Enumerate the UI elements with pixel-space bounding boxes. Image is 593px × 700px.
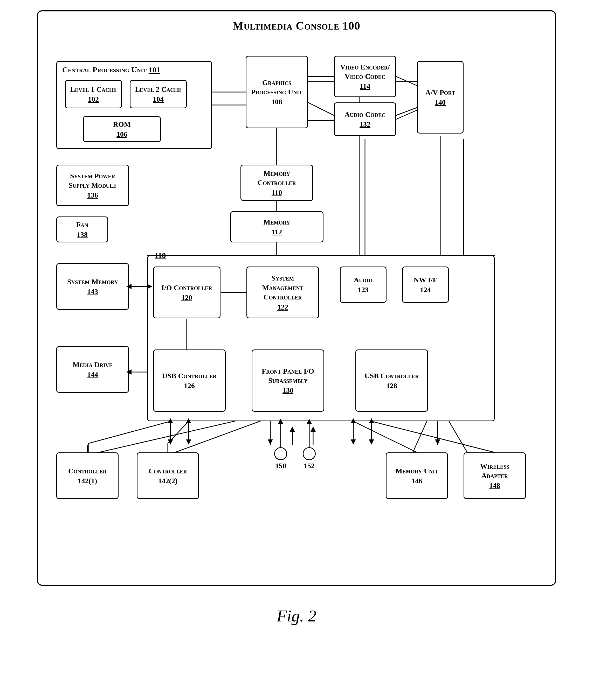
front-panel-num: 130 xyxy=(282,386,293,395)
diagram-canvas: Central Processing Unit 101 Level 1 Cach… xyxy=(48,40,547,572)
controller1-block: Controller 142(1) xyxy=(56,452,119,499)
svg-line-4 xyxy=(396,107,417,115)
connector-152-circle xyxy=(303,447,316,460)
memory-unit-block: Memory Unit 146 xyxy=(386,452,448,499)
svg-marker-17 xyxy=(268,439,273,445)
cpu-title: Central Processing Unit 101 xyxy=(62,65,160,74)
cpu-box: Central Processing Unit 101 Level 1 Cach… xyxy=(56,61,212,149)
av-port-num: 140 xyxy=(435,98,446,106)
connector-150-label: 150 xyxy=(275,462,286,470)
controller2-block: Controller 142(2) xyxy=(137,452,199,499)
fan-block: Fan 138 xyxy=(56,216,108,243)
sys-power-label: System Power Supply Module xyxy=(61,171,124,190)
svg-marker-22 xyxy=(290,427,295,432)
gpu-num: 108 xyxy=(271,98,282,106)
nwif-label: NW I/F xyxy=(414,275,437,285)
controller2-num: 142(2) xyxy=(158,477,178,485)
audio-codec-num: 132 xyxy=(360,120,370,129)
svg-marker-24 xyxy=(311,427,316,432)
audio-codec-label: Audio Codec xyxy=(345,110,385,119)
connector-152-label: 152 xyxy=(304,462,315,470)
svg-line-75 xyxy=(371,421,495,452)
sys-mgmt-block: System Management Controller 122 xyxy=(246,266,319,318)
usb126-block: USB Controller 126 xyxy=(153,349,226,412)
io-bus-container: 118 I/O Controller 120 System Management… xyxy=(147,255,495,421)
fan-label: Fan xyxy=(76,220,88,229)
wireless-num: 148 xyxy=(489,481,500,490)
io-ctrl-block: I/O Controller 120 xyxy=(153,266,221,318)
av-port-block: A/V Port 140 xyxy=(417,61,464,134)
l1cache-block: Level 1 Cache 102 xyxy=(65,80,122,108)
mem-ctrl-num: 110 xyxy=(272,188,282,197)
connector-150-circle xyxy=(274,447,287,460)
svg-line-31 xyxy=(447,418,469,455)
memory-unit-num: 146 xyxy=(411,477,422,485)
mem-ctrl-label: Memory Controller xyxy=(245,169,308,188)
multimedia-console-box: Multimedia Console 100 xyxy=(37,10,556,586)
svg-marker-60 xyxy=(351,439,356,445)
memory-label: Memory xyxy=(264,218,290,227)
video-encoder-label: Video Encoder/ Video Codec xyxy=(339,62,391,81)
sys-power-block: System Power Supply Module 136 xyxy=(56,165,129,206)
audio123-block: Audio 123 xyxy=(340,266,387,303)
io-ctrl-label: I/O Controller xyxy=(161,283,212,293)
l1cache-num: 102 xyxy=(88,95,99,103)
svg-marker-56 xyxy=(168,439,173,445)
svg-line-42 xyxy=(396,77,417,86)
audio123-label: Audio xyxy=(354,275,372,285)
audio-codec-block: Audio Codec 132 xyxy=(334,102,396,136)
usb126-num: 126 xyxy=(184,382,195,390)
sys-memory-num: 143 xyxy=(87,288,98,296)
svg-line-64 xyxy=(89,421,170,443)
mem-ctrl-block: Memory Controller 110 xyxy=(240,165,313,201)
io-ctrl-num: 120 xyxy=(181,294,192,302)
av-port-label: A/V Port xyxy=(426,88,455,97)
front-panel-block: Front Panel I/O Subassembly 130 xyxy=(252,349,324,412)
usb128-label: USB Controller xyxy=(364,371,419,381)
svg-marker-58 xyxy=(186,439,191,445)
nwif-num: 124 xyxy=(420,286,431,294)
controller1-label: Controller xyxy=(68,467,107,476)
usb128-num: 128 xyxy=(386,382,397,390)
fig-caption: Fig. 2 xyxy=(277,606,316,625)
memory-num: 112 xyxy=(272,228,282,236)
connector-150-group: 150 xyxy=(274,447,287,470)
wireless-label: Wireless Adapter xyxy=(469,462,521,481)
l2cache-block: Level 2 Cache 104 xyxy=(130,80,187,108)
controller2-label: Controller xyxy=(149,467,187,476)
sys-memory-block: System Memory 143 xyxy=(56,263,129,310)
svg-line-43 xyxy=(396,110,417,119)
sys-mgmt-label: System Management Controller xyxy=(251,273,314,302)
wireless-block: Wireless Adapter 148 xyxy=(464,452,526,499)
video-encoder-num: 114 xyxy=(360,82,370,90)
svg-line-27 xyxy=(87,418,251,455)
svg-line-2 xyxy=(308,102,334,115)
rom-block: ROM 106 xyxy=(83,116,161,142)
sys-mgmt-num: 122 xyxy=(277,303,288,311)
nwif-block: NW I/F 124 xyxy=(402,266,449,303)
front-panel-label: Front Panel I/O Subassembly xyxy=(256,366,319,386)
gpu-block: Graphics Processing Unit 108 xyxy=(246,56,308,128)
memory-block: Memory 112 xyxy=(230,211,323,243)
connector-152-group: 152 xyxy=(303,447,316,470)
l2cache-num: 104 xyxy=(153,95,164,103)
usb128-block: USB Controller 128 xyxy=(355,349,428,412)
svg-marker-19 xyxy=(435,439,440,445)
diagram-wrapper: Multimedia Console 100 xyxy=(24,10,569,625)
rom-label: ROM xyxy=(113,120,131,129)
bus-118-label: 118 xyxy=(153,251,167,260)
fan-num: 138 xyxy=(77,230,88,239)
l1cache-label: Level 1 Cache xyxy=(70,85,116,94)
svg-line-67 xyxy=(168,421,189,443)
media-drive-num: 144 xyxy=(87,370,98,379)
memory-unit-label: Memory Unit xyxy=(395,467,438,476)
svg-line-73 xyxy=(353,421,417,452)
sys-memory-label: System Memory xyxy=(67,277,118,287)
rom-num: 106 xyxy=(116,130,127,138)
svg-line-29 xyxy=(412,418,429,455)
sys-power-num: 136 xyxy=(87,191,98,200)
l2cache-label: Level 2 Cache xyxy=(135,85,181,94)
video-encoder-block: Video Encoder/ Video Codec 114 xyxy=(334,56,396,97)
usb126-label: USB Controller xyxy=(162,371,216,381)
media-drive-block: Media Drive 144 xyxy=(56,346,129,393)
